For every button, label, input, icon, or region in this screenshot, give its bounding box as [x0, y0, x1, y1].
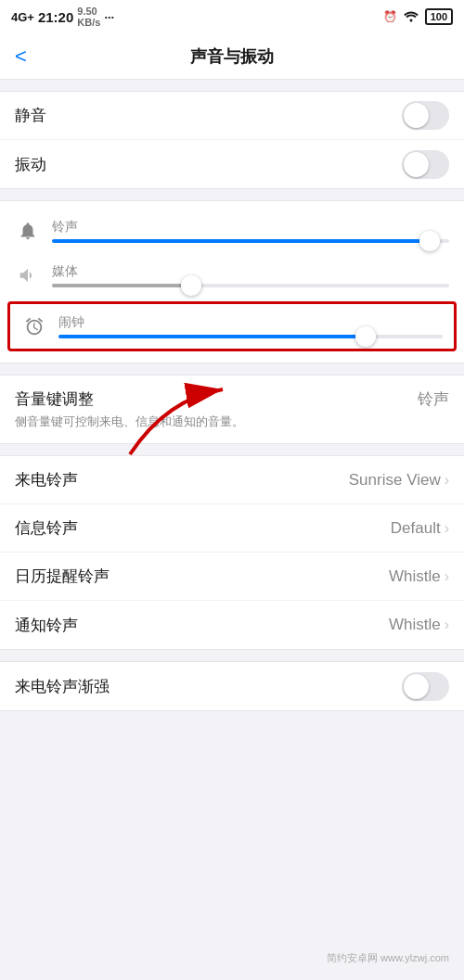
alarm-fill: [58, 335, 366, 338]
vibrate-toggle[interactable]: [402, 150, 449, 179]
message-nav-value: Default: [391, 519, 441, 538]
media-slider-content: 媒体: [52, 263, 449, 287]
alarm-slider-content: 闹钟: [58, 314, 443, 338]
notification-chevron-icon: ›: [445, 617, 449, 633]
mute-vibrate-section: 静音 振动: [0, 91, 464, 189]
status-right: ⏰ 100: [383, 8, 453, 25]
media-fill: [52, 284, 191, 287]
notification-nav-value-area: Whistle ›: [389, 616, 449, 634]
page-header: < 声音与振动: [0, 33, 464, 80]
mute-toggle[interactable]: [402, 101, 449, 130]
alarm-icon: [21, 313, 47, 339]
wifi-icon: [403, 9, 419, 25]
media-slider-row: 媒体: [0, 253, 464, 298]
volume-key-label: 音量键调整: [15, 388, 94, 410]
gap-5: [0, 650, 464, 661]
calendar-nav-row[interactable]: 日历提醒铃声 Whistle ›: [0, 553, 464, 601]
alarm-icon: ⏰: [383, 10, 397, 23]
vibrate-row: 振动: [0, 140, 464, 188]
calendar-nav-label: 日历提醒铃声: [15, 566, 110, 587]
media-thumb[interactable]: [181, 275, 201, 296]
media-track[interactable]: [52, 284, 449, 287]
mute-row: 静音: [0, 92, 464, 140]
watermark: 简约安卓网 www.ylzwj.com: [327, 951, 449, 965]
ringtone-track[interactable]: [52, 239, 449, 243]
ringtone-fadein-row: 来电铃声渐强: [0, 662, 464, 710]
notification-nav-label: 通知铃声: [15, 615, 78, 636]
media-slider-label: 媒体: [52, 263, 449, 280]
ringtone-slider-label: 铃声: [52, 219, 449, 235]
page-title: 声音与振动: [190, 45, 274, 68]
alarm-slider-row: 闹钟: [7, 301, 457, 351]
ringtone-nav-value-area: Sunrise View ›: [349, 471, 449, 490]
ringtone-slider-row: 铃声: [0, 209, 464, 253]
mute-label: 静音: [15, 105, 46, 126]
ringtone-icon: [15, 218, 41, 244]
back-button[interactable]: <: [15, 45, 27, 69]
message-nav-value-area: Default ›: [391, 519, 449, 538]
notification-nav-row[interactable]: 通知铃声 Whistle ›: [0, 601, 464, 649]
ringtone-thumb[interactable]: [419, 231, 440, 251]
gap-3: [0, 363, 464, 375]
gap-1: [0, 80, 464, 91]
volume-key-row: 音量键调整 铃声: [0, 375, 464, 410]
gap-6: [0, 711, 464, 722]
ringtone-chevron-icon: ›: [445, 472, 449, 489]
ringtone-nav-row[interactable]: 来电铃声 Sunrise View ›: [0, 456, 464, 504]
calendar-chevron-icon: ›: [445, 568, 449, 585]
vibrate-label: 振动: [15, 154, 46, 175]
alarm-thumb[interactable]: [355, 326, 376, 347]
nav-section: 来电铃声 Sunrise View › 信息铃声 Default › 日历提醒铃…: [0, 455, 464, 650]
signal-indicator: 4G+: [11, 10, 34, 24]
message-nav-row[interactable]: 信息铃声 Default ›: [0, 504, 464, 553]
sliders-section: 铃声 媒体 闹钟: [0, 200, 464, 363]
gap-4: [0, 444, 464, 455]
alarm-slider-label: 闹钟: [58, 314, 443, 331]
status-bar: 4G+ 21:20 9.50KB/s ··· ⏰ 100: [0, 0, 464, 33]
status-left: 4G+ 21:20 9.50KB/s ···: [11, 6, 114, 28]
message-chevron-icon: ›: [445, 520, 449, 537]
ringtone-fill: [52, 239, 430, 243]
gap-2: [0, 189, 464, 200]
time-display: 21:20: [38, 9, 73, 25]
volume-key-description: 侧音量键可控制来电、信息和通知的音量。: [0, 410, 464, 443]
ringtone-fadein-label: 来电铃声渐强: [15, 676, 110, 697]
media-icon: [15, 262, 41, 288]
calendar-nav-value-area: Whistle ›: [389, 567, 449, 586]
ringtone-nav-value: Sunrise View: [349, 471, 441, 490]
ringtone-fadein-toggle[interactable]: [402, 672, 449, 701]
notification-nav-value: Whistle: [389, 616, 441, 634]
ellipsis: ···: [104, 10, 114, 24]
battery-icon: 100: [425, 8, 453, 25]
calendar-nav-value: Whistle: [389, 567, 441, 586]
network-speed: 9.50KB/s: [77, 6, 100, 28]
volume-key-value: 铃声: [418, 388, 449, 410]
ringtone-nav-label: 来电铃声: [15, 469, 78, 490]
message-nav-label: 信息铃声: [15, 517, 78, 539]
ringtone-fadein-section: 来电铃声渐强: [0, 661, 464, 711]
volume-key-section: 音量键调整 铃声 侧音量键可控制来电、信息和通知的音量。: [0, 375, 464, 444]
alarm-track[interactable]: [58, 335, 443, 338]
ringtone-slider-content: 铃声: [52, 219, 449, 243]
